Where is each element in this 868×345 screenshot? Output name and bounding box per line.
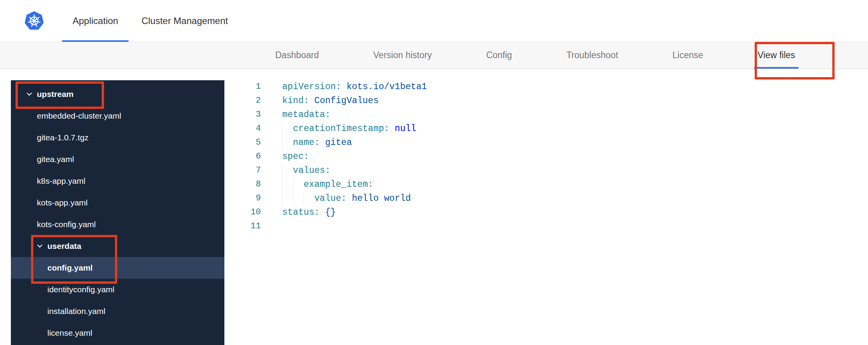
tree-file-k8s-app-yaml[interactable]: k8s-app.yaml [11,170,224,192]
app-subnav: Dashboard Version history Config Trouble… [0,42,868,69]
tree-file-gitea-yaml[interactable]: gitea.yaml [11,148,224,170]
tab-dashboard-label: Dashboard [275,50,319,60]
code-token-value: {} [325,207,336,217]
line-number: 2 [224,94,261,108]
code-token-plain [309,96,314,106]
indent-guide [282,136,293,150]
code-line[interactable]: 3metadata: [224,108,868,122]
code-token-value: kots.io/v1beta1 [347,82,427,92]
code-token-plain [389,124,395,134]
kubernetes-logo-svg [24,11,44,31]
line-number: 10 [224,205,261,219]
chevron-down-icon [37,244,43,248]
code-token-plain [347,193,352,204]
code-line[interactable]: 11 [224,219,868,233]
code-line[interactable]: 5name: gitea [224,136,868,150]
code-line[interactable]: 10status: {} [224,205,868,219]
line-content: creationTimestamp: null [282,122,416,136]
chevron-down-icon[interactable] [37,244,45,248]
tree-folder-upstream[interactable]: upstream [11,83,224,105]
code-token-key: creationTimestamp: [293,124,389,134]
code-token-key: name: [293,138,320,148]
code-token-key: metadata: [282,110,330,120]
indent-guide [282,178,293,191]
line-content: status: {} [282,205,336,219]
line-number: 9 [224,191,261,205]
line-content: example_item: [282,178,373,191]
line-number: 7 [224,164,261,178]
tree-item-label: kots-config.yaml [37,220,96,229]
code-line[interactable]: 8example_item: [224,178,868,191]
code-line[interactable]: 9value: hello world [224,191,868,205]
code-editor[interactable]: 1apiVersion: kots.io/v1beta12kind: Confi… [224,69,868,345]
tree-item-label: embedded-cluster.yaml [37,111,121,121]
line-number: 11 [224,219,261,233]
tab-cluster-management-label: Cluster Management [141,16,228,26]
code-token-key: kind: [282,96,309,106]
line-number: 4 [224,122,261,136]
chevron-down-icon [26,92,32,96]
code-token-plain [320,138,325,148]
line-content: spec: [282,150,309,164]
tree-file-gitea-1-0-7-tgz[interactable]: gitea-1.0.7.tgz [11,127,224,148]
tree-file-license-yaml[interactable]: license.yaml [11,322,224,344]
tree-file-identityconfig-yaml[interactable]: identityconfig.yaml [11,279,224,300]
tree-file-config-yaml[interactable]: config.yaml [11,257,224,279]
code-token-key: value: [314,193,347,204]
tree-item-label: kots-app.yaml [37,198,88,207]
tree-file-kots-app-yaml[interactable]: kots-app.yaml [11,192,224,214]
indent-guide [293,178,304,191]
line-number: 1 [224,80,261,94]
line-number: 3 [224,108,261,122]
chevron-down-icon[interactable] [26,92,34,96]
code-token-plain [341,82,347,92]
tree-file-embedded-cluster-yaml[interactable]: embedded-cluster.yaml [11,105,224,127]
tree-item-label: identityconfig.yaml [47,285,115,294]
tree-file-installation-yaml[interactable]: installation.yaml [11,300,224,322]
tab-application[interactable]: Application [62,0,128,42]
code-token-key: example_item: [304,179,373,190]
code-token-key: status: [282,207,320,217]
indent-guide [282,164,293,178]
code-line[interactable]: 7values: [224,164,868,178]
code-token-value: gitea [325,138,352,148]
tab-troubleshoot[interactable]: Troubleshoot [563,42,621,69]
code-line[interactable]: 1apiVersion: kots.io/v1beta1 [224,80,868,94]
tree-item-label: k8s-app.yaml [37,176,85,186]
indent-guide [304,191,314,205]
tab-view-files[interactable]: View files [754,42,799,69]
code-token-key: apiVersion: [282,82,341,92]
tree-folder-userdata[interactable]: userdata [11,235,224,257]
line-number: 8 [224,178,261,191]
tree-file-kots-config-yaml[interactable]: kots-config.yaml [11,214,224,235]
tab-troubleshoot-label: Troubleshoot [566,50,618,60]
tab-config-label: Config [486,50,512,60]
code-line[interactable]: 2kind: ConfigValues [224,94,868,108]
tree-item-label: userdata [47,242,82,251]
kubernetes-logo-icon[interactable] [23,10,45,32]
code-token-plain [320,207,325,217]
top-header: Application Cluster Management [0,0,868,42]
code-token-key: values: [293,166,331,176]
code-token-key: spec: [282,152,309,162]
tab-cluster-management[interactable]: Cluster Management [131,0,238,42]
line-content: value: hello world [282,191,411,205]
indent-guide [282,122,293,136]
tab-version-history[interactable]: Version history [370,42,436,69]
line-content: name: gitea [282,136,352,150]
tab-version-history-label: Version history [373,50,432,60]
tab-dashboard[interactable]: Dashboard [272,42,323,69]
tab-license[interactable]: License [669,42,707,69]
tab-config[interactable]: Config [483,42,515,69]
code-line[interactable]: 6spec: [224,150,868,164]
code-line[interactable]: 4creationTimestamp: null [224,122,868,136]
tree-item-label: upstream [37,90,74,99]
tree-item-label: installation.yaml [47,307,105,316]
header-tabs: Application Cluster Management [62,0,238,42]
indent-guide [293,191,304,205]
line-content: kind: ConfigValues [282,94,378,108]
tab-view-files-label: View files [758,50,795,60]
line-content: values: [282,164,330,178]
tree-item-label: gitea-1.0.7.tgz [37,133,89,142]
line-content: metadata: [282,108,330,122]
